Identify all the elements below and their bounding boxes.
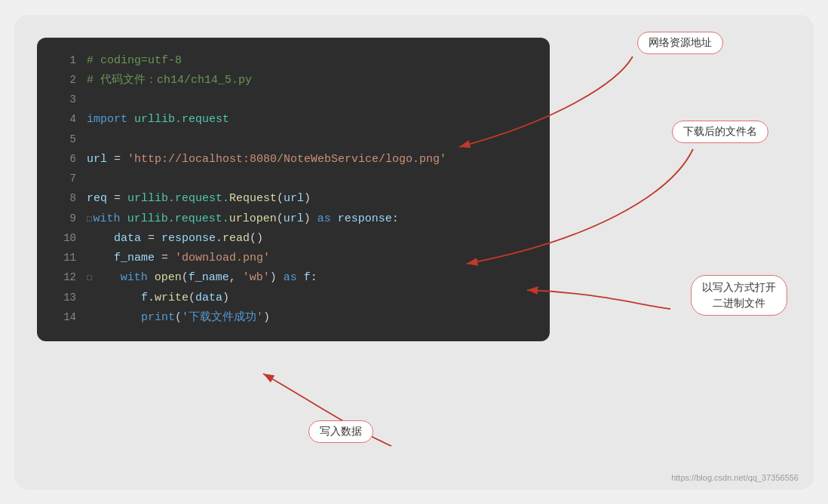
watermark: https://blog.csdn.net/qq_37356556 xyxy=(671,473,799,482)
code-line-5: 5 xyxy=(55,130,532,150)
code-line-10: 10 data = response.read() xyxy=(55,229,532,249)
code-line-14: 14 print('下载文件成功') xyxy=(55,308,532,328)
code-line-8: 8 req = urllib.request.Request(url) xyxy=(55,189,532,209)
code-line-6: 6 url = 'http://localhost:8080/NoteWebSe… xyxy=(55,150,532,170)
code-line-2: 2 # 代码文件：ch14/ch14_5.py xyxy=(55,71,532,90)
code-line-13: 13 f.write(data) xyxy=(55,289,532,308)
annotation-write-mode: 以写入方式打开二进制文件 xyxy=(691,275,787,316)
annotation-write-data: 写入数据 xyxy=(308,420,373,443)
code-line-9: 9 □ with urllib.request.urlopen(url) as … xyxy=(55,209,532,229)
code-line-7: 7 xyxy=(55,170,532,189)
annotation-file-name: 下载后的文件名 xyxy=(672,121,768,143)
code-line-3: 3 xyxy=(55,90,532,110)
code-line-1: 1 # coding=utf-8 xyxy=(55,51,532,71)
annotation-network-url: 网络资源地址 xyxy=(637,32,723,54)
code-line-11: 11 f_name = 'download.png' xyxy=(55,249,532,268)
code-block: 1 # coding=utf-8 2 # 代码文件：ch14/ch14_5.py… xyxy=(37,38,550,342)
code-line-4: 4 import urllib.request xyxy=(55,110,532,130)
code-line-12: 12 □ with open(f_name, 'wb') as f: xyxy=(55,268,532,288)
main-container: 1 # coding=utf-8 2 # 代码文件：ch14/ch14_5.py… xyxy=(14,15,814,490)
